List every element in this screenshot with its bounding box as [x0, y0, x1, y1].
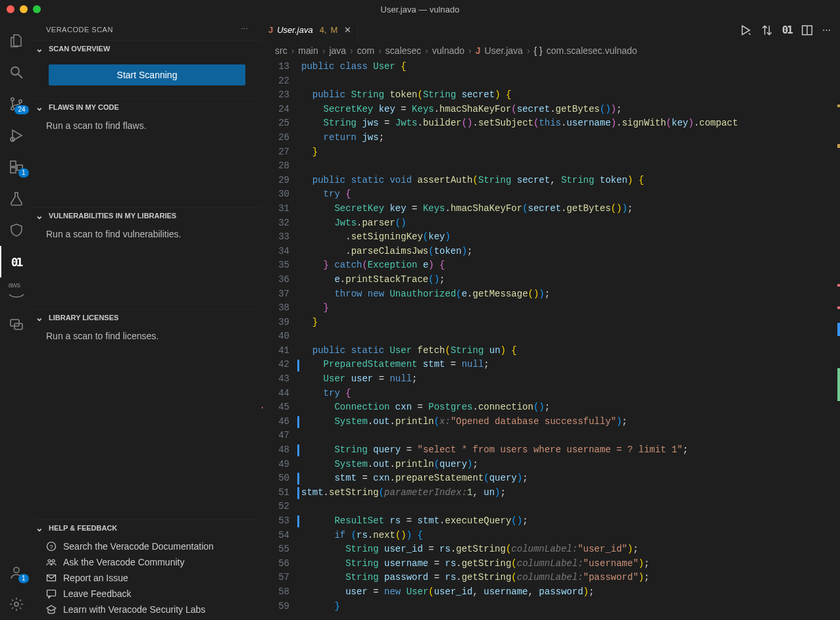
chevron-down-icon: ⌄: [36, 312, 43, 323]
help-item-community[interactable]: Ask the Veracode Community: [33, 554, 261, 570]
activity-run-debug[interactable]: [0, 120, 33, 151]
help-item-label: Report an Issue: [63, 573, 128, 583]
section-help-label: HELP & FEEDBACK: [49, 524, 117, 532]
editor-body[interactable]: 1322232425262728293031323334353637383940…: [262, 60, 840, 620]
shield-icon: [9, 222, 24, 238]
tab-user-java[interactable]: J User.java 4, M ✕: [262, 18, 358, 41]
breadcrumb-part[interactable]: scalesec: [385, 45, 421, 56]
activity-chat[interactable]: [0, 309, 33, 341]
maximize-window-button[interactable]: [33, 5, 41, 13]
activity-account[interactable]: 1: [0, 557, 33, 588]
java-file-icon: J: [476, 45, 481, 56]
breadcrumb-part[interactable]: vulnado: [432, 45, 464, 56]
section-vulns-body: Run a scan to find vulnerabilities.: [33, 224, 261, 309]
svg-point-15: [48, 560, 51, 562]
svg-point-0: [11, 67, 19, 75]
minimize-window-button[interactable]: [20, 5, 28, 13]
activity-search[interactable]: [0, 57, 33, 88]
licenses-empty-text: Run a scan to find licenses.: [46, 331, 159, 341]
search-icon: [9, 64, 24, 80]
breadcrumb-part[interactable]: java: [329, 45, 346, 56]
namespace-icon: { }: [534, 45, 543, 56]
debug-icon: [9, 128, 24, 143]
section-licenses-label: LIBRARY LICENSES: [49, 314, 118, 322]
tab-bar: J User.java 4, M ✕ 01 ⋯: [262, 18, 840, 41]
tab-filename: User.java: [277, 25, 312, 35]
section-flaws-body: Run a scan to find flaws.: [33, 115, 261, 207]
section-overview-header[interactable]: ⌄ SCAN OVERVIEW: [33, 40, 261, 57]
flaws-empty-text: Run a scan to find flaws.: [46, 120, 147, 131]
breadcrumb-namespace[interactable]: com.scalesec.vulnado: [547, 45, 637, 56]
breadcrumb-part[interactable]: main: [298, 45, 318, 56]
close-icon[interactable]: ✕: [344, 25, 351, 35]
sidebar-more-icon[interactable]: ⋯: [241, 25, 249, 34]
activity-settings[interactable]: [0, 588, 33, 620]
help-list: ? Search the Veracode Documentation Ask …: [33, 536, 261, 620]
breadcrumb[interactable]: src› main› java› com› scalesec› vulnado›…: [262, 41, 840, 60]
veracode-action-icon[interactable]: 01: [782, 24, 792, 36]
scm-badge: 24: [14, 105, 28, 114]
svg-point-11: [14, 567, 19, 573]
java-file-icon: J: [268, 25, 273, 35]
grad-cap-icon: [46, 604, 57, 615]
help-item-docs[interactable]: ? Search the Veracode Documentation: [33, 538, 261, 554]
main-container: 24 1 01 aws: [0, 18, 840, 620]
activity-veracode[interactable]: 01: [0, 246, 33, 277]
section-help-header[interactable]: ⌄ HELP & FEEDBACK: [33, 519, 261, 536]
section-vulns-header[interactable]: ⌄ VULNERABILITIES IN MY LIBRARIES: [33, 207, 261, 224]
close-window-button[interactable]: [7, 5, 14, 13]
help-item-report[interactable]: Report an Issue: [33, 570, 261, 586]
help-item-labs[interactable]: Learn with Veracode Security Labs: [33, 602, 261, 617]
extensions-badge: 1: [18, 168, 29, 178]
svg-point-4: [18, 100, 21, 103]
sidebar: VERACODE SCAN ⋯ ⌄ SCAN OVERVIEW Start Sc…: [33, 18, 262, 620]
chevron-down-icon: ⌄: [36, 43, 43, 54]
help-item-label: Search the Veracode Documentation: [63, 541, 214, 552]
help-item-feedback[interactable]: Leave Feedback: [33, 586, 261, 602]
split-editor-icon[interactable]: [801, 24, 813, 36]
line-number-gutter: 1322232425262728293031323334353637383940…: [262, 60, 301, 620]
code-content[interactable]: public class User { public String token(…: [301, 60, 840, 620]
editor-actions: 01 ⋯: [740, 18, 840, 41]
tab-diagnostics-count: 4,: [320, 25, 327, 35]
section-licenses-header[interactable]: ⌄ LIBRARY LICENSES: [33, 309, 261, 325]
activity-testing[interactable]: [0, 183, 33, 214]
svg-point-2: [11, 98, 13, 101]
section-overview-label: SCAN OVERVIEW: [49, 45, 110, 53]
activity-extensions[interactable]: 1: [0, 151, 33, 183]
breadcrumb-part[interactable]: com: [357, 45, 374, 56]
activity-shield[interactable]: [0, 214, 33, 246]
vulns-empty-text: Run a scan to find vulnerabilities.: [46, 229, 181, 239]
start-scanning-button[interactable]: Start Scanning: [49, 64, 245, 85]
mail-icon: [46, 573, 57, 583]
minimap[interactable]: [781, 60, 840, 620]
editor-area: J User.java 4, M ✕ 01 ⋯ src› main› java›…: [262, 18, 840, 620]
svg-rect-18: [47, 590, 56, 596]
gear-icon: [9, 596, 24, 612]
titlebar: User.java — vulnado: [0, 0, 840, 18]
question-icon: ?: [46, 541, 57, 552]
svg-line-1: [18, 74, 22, 78]
diff-icon[interactable]: [761, 24, 773, 36]
svg-point-12: [14, 602, 18, 606]
section-flaws-header[interactable]: ⌄ FLAWS IN MY CODE: [33, 99, 261, 115]
section-vulns-label: VULNERABILITIES IN MY LIBRARIES: [49, 212, 176, 220]
svg-rect-7: [11, 168, 16, 173]
chevron-down-icon: ⌄: [36, 523, 43, 533]
breadcrumb-part[interactable]: src: [275, 45, 287, 56]
chevron-down-icon: ⌄: [36, 102, 43, 112]
activity-aws[interactable]: aws: [0, 277, 33, 309]
breadcrumb-file[interactable]: User.java: [485, 45, 523, 56]
beaker-icon: [9, 191, 24, 206]
activity-bar: 24 1 01 aws: [0, 18, 33, 620]
sidebar-title: VERACODE SCAN: [46, 26, 113, 34]
activity-explorer[interactable]: [0, 25, 33, 57]
chevron-down-icon: ⌄: [36, 210, 43, 221]
run-icon[interactable]: [740, 24, 752, 36]
aws-icon: aws: [9, 281, 24, 306]
svg-text:?: ?: [49, 544, 53, 550]
activity-source-control[interactable]: 24: [0, 88, 33, 120]
tab-modified-indicator: M: [331, 25, 338, 35]
veracode-icon: 01: [11, 255, 22, 269]
more-actions-icon[interactable]: ⋯: [822, 25, 832, 35]
